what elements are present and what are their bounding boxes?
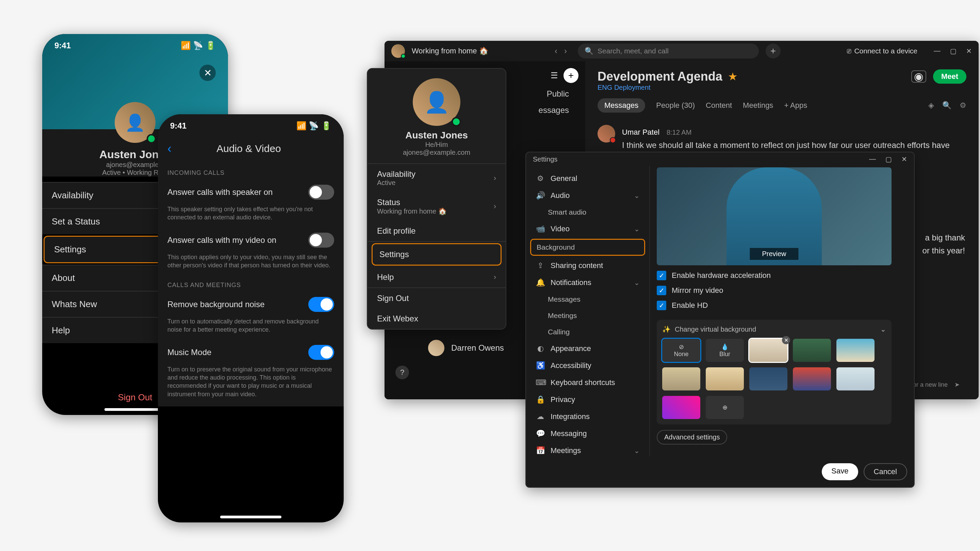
bg-thumb[interactable]: [662, 367, 700, 391]
forward-icon[interactable]: ›: [564, 46, 567, 56]
label: Notifications: [550, 278, 592, 287]
mobile-audio-video-screen: 9:41 📶 📡 🔋 ‹ Audio & Video INCOMING CALL…: [158, 114, 344, 522]
bg-blur[interactable]: 💧Blur: [706, 339, 744, 362]
tab-content[interactable]: Content: [706, 101, 732, 110]
cancel-button[interactable]: Cancel: [864, 463, 907, 480]
sublabel: Working from home 🏠: [377, 207, 447, 215]
noise-toggle[interactable]: [308, 297, 334, 312]
profile-dropdown: 👤 Austen Jones He/Him ajones@example.com…: [367, 68, 506, 330]
side-background[interactable]: Background: [530, 239, 645, 256]
bg-thumb[interactable]: [793, 367, 831, 391]
label: Integrations: [550, 412, 590, 421]
bg-thumb[interactable]: [662, 396, 700, 419]
close-icon[interactable]: ✕: [199, 65, 216, 81]
home-indicator: [105, 408, 166, 411]
label: Availability: [377, 169, 415, 179]
save-button[interactable]: Save: [822, 463, 858, 480]
maximize-icon[interactable]: ▢: [950, 47, 956, 55]
dropdown-help[interactable]: Help ›: [368, 267, 506, 287]
contact-name: Darren Owens: [451, 343, 504, 353]
side-sharing[interactable]: ⇪Sharing content: [526, 257, 649, 274]
label: General: [550, 174, 577, 183]
bg-thumb[interactable]: [749, 367, 788, 391]
settings-sidebar: ⚙General 🔊Audio⌄ Smart audio 📹Video⌄ Bac…: [526, 166, 650, 456]
space-subtitle[interactable]: ENG Deployment: [598, 84, 966, 92]
filter-icon[interactable]: ◈: [928, 101, 934, 110]
chevron-down-icon[interactable]: ⌄: [880, 325, 886, 333]
advanced-settings-button[interactable]: Advanced settings: [657, 430, 727, 445]
close-icon[interactable]: ✕: [966, 47, 972, 55]
record-icon[interactable]: ◉: [911, 70, 926, 83]
help-icon[interactable]: ?: [395, 366, 409, 379]
dropdown-edit-profile[interactable]: Edit profile: [368, 221, 506, 241]
list-icon[interactable]: ☰: [550, 71, 558, 80]
side-n-calling[interactable]: Calling: [526, 324, 649, 340]
label: Blur: [719, 351, 730, 358]
side-accessibility[interactable]: ♿Accessibility: [526, 357, 649, 374]
search-icon[interactable]: 🔍: [942, 101, 951, 110]
dropdown-signout[interactable]: Sign Out: [368, 288, 506, 308]
bell-icon: 🔔: [536, 278, 545, 287]
back-icon[interactable]: ‹: [555, 46, 557, 56]
cb-mirror[interactable]: ✓Mirror my video: [657, 286, 907, 295]
side-meetings[interactable]: 📅Meetings⌄: [526, 442, 649, 456]
tab-people[interactable]: People (30): [656, 101, 695, 110]
tab-apps[interactable]: + Apps: [784, 101, 807, 110]
cb-hardware-accel[interactable]: ✓Enable hardware acceleration: [657, 271, 907, 280]
screen-title: Audio & Video: [163, 143, 334, 154]
side-integrations[interactable]: ☁Integrations: [526, 408, 649, 425]
video-toggle[interactable]: [308, 233, 334, 248]
connect-device[interactable]: ⎚ Connect to a device: [847, 47, 917, 55]
side-n-meetings[interactable]: Meetings: [526, 308, 649, 324]
side-audio[interactable]: 🔊Audio⌄: [526, 187, 649, 204]
close-icon[interactable]: ✕: [901, 155, 907, 163]
avatar[interactable]: [598, 125, 615, 143]
bg-thumb[interactable]: [837, 367, 875, 391]
avatar: [428, 340, 444, 356]
status-text[interactable]: Working from home 🏠: [412, 47, 488, 56]
side-messaging[interactable]: 💬Messaging: [526, 425, 649, 442]
bg-thumb[interactable]: [793, 339, 831, 362]
tab-meetings[interactable]: Meetings: [743, 101, 773, 110]
avatar[interactable]: [391, 44, 405, 58]
search-placeholder: Search, meet, and call: [598, 47, 669, 55]
dropdown-status[interactable]: StatusWorking from home 🏠 ›: [368, 192, 506, 221]
avatar[interactable]: 👤: [115, 102, 156, 143]
minimize-icon[interactable]: —: [934, 47, 940, 55]
avatar[interactable]: 👤: [413, 78, 460, 126]
delete-icon[interactable]: ✕: [782, 336, 790, 344]
gear-icon[interactable]: ⚙: [959, 101, 966, 110]
settings-footer: Save Cancel: [526, 456, 914, 487]
side-privacy[interactable]: 🔒Privacy: [526, 391, 649, 408]
send-icon[interactable]: ➤: [955, 381, 959, 388]
maximize-icon[interactable]: ▢: [885, 155, 892, 163]
search-input[interactable]: 🔍 Search, meet, and call: [578, 43, 759, 59]
dropdown-settings[interactable]: Settings: [372, 243, 501, 266]
add-button[interactable]: +: [765, 43, 781, 59]
dropdown-availability[interactable]: AvailabilityActive ›: [368, 164, 506, 192]
side-general[interactable]: ⚙General: [526, 170, 649, 187]
meet-button[interactable]: Meet: [933, 69, 966, 84]
dropdown-exit[interactable]: Exit Webex: [368, 308, 506, 329]
star-icon[interactable]: ★: [728, 70, 738, 83]
bg-add[interactable]: ⊕: [706, 396, 744, 419]
new-button[interactable]: +: [563, 68, 579, 83]
tab-messages[interactable]: Messages: [598, 98, 645, 113]
nav-bar: ‹ Audio & Video: [158, 137, 344, 160]
music-toggle[interactable]: [308, 345, 334, 360]
side-n-messages[interactable]: Messages: [526, 291, 649, 308]
side-notifications[interactable]: 🔔Notifications⌄: [526, 274, 649, 291]
bg-thumb[interactable]: [837, 339, 875, 362]
minimize-icon[interactable]: —: [869, 155, 876, 163]
side-appearance[interactable]: ◐Appearance: [526, 340, 649, 357]
side-video[interactable]: 📹Video⌄: [526, 221, 649, 237]
speaker-toggle[interactable]: [308, 185, 334, 200]
bg-thumb[interactable]: ✕: [749, 339, 788, 362]
dropdown-name: Austen Jones: [368, 130, 506, 141]
bg-thumb[interactable]: [706, 367, 744, 391]
cb-hd[interactable]: ✓Enable HD: [657, 301, 907, 310]
side-shortcuts[interactable]: ⌨Keyboard shortcuts: [526, 374, 649, 391]
label: Mirror my video: [672, 286, 724, 295]
bg-none[interactable]: ⊘None: [662, 339, 700, 362]
side-smart-audio[interactable]: Smart audio: [526, 204, 649, 221]
